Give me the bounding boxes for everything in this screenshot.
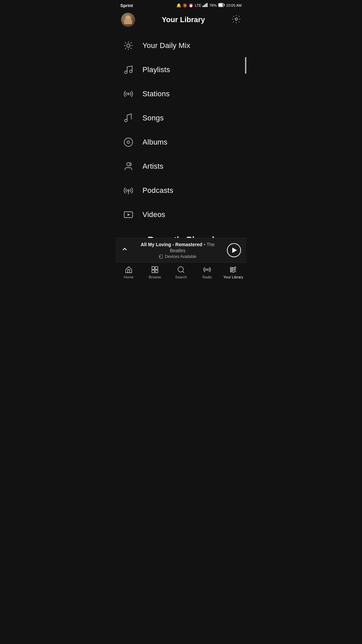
carrier-text: Sprint [120,3,133,8]
svg-rect-5 [219,3,223,6]
svg-rect-2 [205,4,206,7]
track-separator: • [204,242,207,247]
svg-point-18 [130,70,132,73]
signal-icon: LTE [195,3,201,7]
svg-point-21 [124,138,133,147]
svg-line-41 [233,268,236,269]
menu-item-artists[interactable]: Artists [116,154,246,178]
artists-label: Artists [142,162,164,171]
svg-rect-3 [206,3,207,7]
battery-icon [218,3,225,8]
library-icon [229,265,238,274]
svg-line-16 [131,42,132,43]
radio-nav-icon [203,265,212,274]
svg-point-7 [235,18,238,20]
nav-item-radio[interactable]: Radio [194,265,220,279]
home-icon [124,265,133,274]
svg-rect-33 [152,270,155,273]
signal-bars [202,3,208,8]
music-notes-icon [122,64,134,76]
svg-rect-0 [202,6,203,7]
svg-rect-31 [152,267,155,269]
svg-rect-34 [155,270,158,273]
svg-point-23 [127,163,130,166]
storage-icon: 🔔 [176,3,181,8]
disc-icon [122,136,134,148]
playlists-label: Playlists [142,65,170,74]
menu-item-podcasts[interactable]: Podcasts [116,178,246,203]
svg-marker-27 [128,213,130,216]
podcast-icon [122,184,134,197]
battery-text: 78% [209,3,217,7]
now-playing-info: All My Loving - Remastered • The Beatles… [132,241,223,259]
svg-line-40 [233,267,236,268]
page-title: Your Library [162,15,205,24]
now-playing-bar[interactable]: All My Loving - Remastered • The Beatles… [116,238,246,262]
svg-rect-32 [155,267,158,269]
svg-line-15 [125,48,126,49]
status-bar: Sprint 🔔 🔕 ⏰ LTE 78% [116,0,246,10]
scrollbar-thumb[interactable] [245,57,246,74]
svg-rect-29 [159,256,160,258]
search-nav-label: Search [175,275,187,279]
sun-icon [122,40,134,52]
device-text: Devices Available [165,254,196,259]
svg-line-43 [233,271,236,272]
single-note-icon [122,112,134,124]
menu-item-playlists[interactable]: Playlists [116,58,246,82]
nav-item-search[interactable]: Search [168,265,194,279]
app-header: Your Library [116,10,246,31]
podcasts-label: Podcasts [142,186,173,195]
menu-item-videos[interactable]: Videos [116,203,246,227]
nav-item-library[interactable]: Your Library [220,265,246,279]
svg-line-42 [233,270,236,271]
svg-line-12 [131,48,132,49]
person-icon [122,160,134,172]
search-icon [177,265,185,274]
songs-label: Songs [142,114,164,122]
settings-button[interactable] [232,14,241,25]
browse-nav-label: Browse [149,275,161,279]
bottom-navigation: Home Browse Search [116,262,246,283]
svg-point-22 [127,141,130,144]
menu-item-songs[interactable]: Songs [116,106,246,130]
mute-icon: 🔕 [183,3,187,8]
svg-point-8 [127,44,130,47]
albums-label: Albums [142,138,168,147]
browse-icon [150,265,159,274]
device-line: Devices Available [132,254,223,259]
library-nav-label: Your Library [224,275,243,279]
svg-rect-6 [224,4,225,6]
svg-line-36 [183,271,184,273]
scrollbar-track [245,57,246,198]
alarm-icon: ⏰ [189,3,193,8]
user-avatar[interactable] [121,13,135,27]
svg-line-11 [125,42,126,43]
svg-point-20 [125,119,127,122]
status-right: 🔔 🔕 ⏰ LTE 78% 10:05 AM [176,3,242,8]
radio-icon [122,88,134,100]
menu-item-stations[interactable]: Stations [116,82,246,106]
radio-nav-label: Radio [202,275,212,279]
now-playing-title-line: All My Loving - Remastered • The Beatles [132,241,223,254]
menu-item-daily-mix[interactable]: Your Daily Mix [116,34,246,58]
nav-item-home[interactable]: Home [116,265,142,279]
svg-rect-1 [204,5,205,7]
home-nav-label: Home [124,275,133,279]
play-button[interactable] [227,243,241,257]
svg-point-17 [125,71,127,74]
play-icon [232,248,237,253]
videos-label: Videos [142,210,165,219]
menu-item-albums[interactable]: Albums [116,130,246,154]
svg-point-19 [128,93,129,95]
svg-point-35 [178,267,183,272]
svg-point-24 [128,190,129,192]
svg-point-37 [206,269,208,270]
daily-mix-label: Your Daily Mix [142,41,190,50]
track-title: All My Loving - Remastered [141,242,202,247]
chevron-up-icon [121,246,128,255]
nav-item-browse[interactable]: Browse [142,265,168,279]
main-content: Sprint 🔔 🔕 ⏰ LTE 78% [116,0,246,283]
stations-label: Stations [142,90,170,98]
video-icon [122,209,134,221]
